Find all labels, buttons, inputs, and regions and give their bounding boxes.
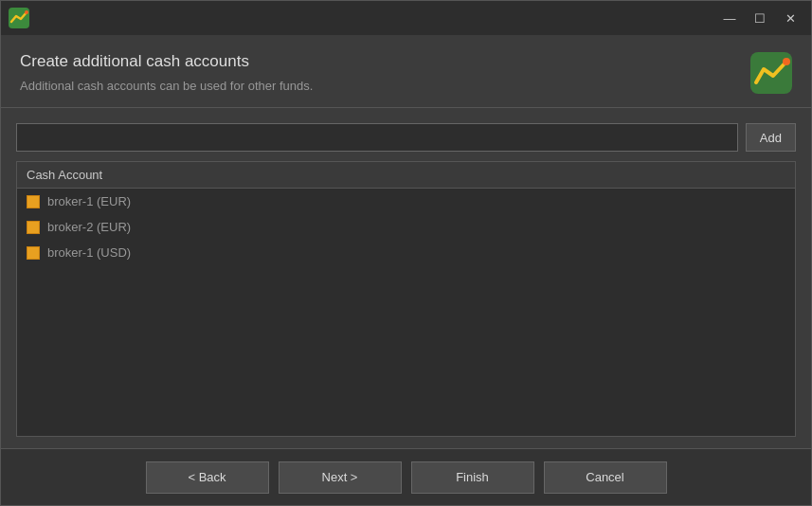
add-button[interactable]: Add — [746, 123, 796, 152]
header-title: Create additional cash accounts — [20, 52, 313, 71]
title-bar: — ☐ ✕ — [1, 1, 811, 35]
title-bar-controls: — ☐ ✕ — [716, 8, 803, 28]
app-logo — [750, 52, 792, 94]
header-text: Create additional cash accounts Addition… — [20, 52, 313, 93]
list-item-label: broker-2 (EUR) — [47, 220, 131, 234]
list-item[interactable]: broker-2 (EUR) — [17, 214, 795, 240]
close-button[interactable]: ✕ — [777, 8, 803, 28]
list-item[interactable]: broker-1 (USD) — [17, 240, 795, 265]
list-item-label: broker-1 (EUR) — [47, 194, 131, 208]
maximize-button[interactable]: ☐ — [747, 8, 773, 28]
list-column-header: Cash Account — [17, 162, 795, 189]
content-area: Add Cash Account broker-1 (EUR) broker-2… — [1, 108, 811, 448]
input-row: Add — [16, 123, 796, 152]
app-icon — [9, 8, 29, 28]
footer: < Back Next > Finish Cancel — [1, 448, 811, 505]
title-bar-left — [9, 8, 29, 28]
item-color-icon — [27, 195, 40, 208]
main-window: — ☐ ✕ Create additional cash accounts Ad… — [0, 0, 812, 506]
header-subtitle: Additional cash accounts can be used for… — [20, 79, 313, 93]
minimize-button[interactable]: — — [716, 8, 743, 28]
next-button[interactable]: Next > — [279, 461, 402, 494]
svg-point-1 — [25, 10, 28, 14]
back-button[interactable]: < Back — [146, 461, 269, 494]
cancel-button[interactable]: Cancel — [544, 461, 667, 494]
cash-account-list: Cash Account broker-1 (EUR) broker-2 (EU… — [16, 161, 796, 437]
item-color-icon — [27, 221, 40, 234]
list-item[interactable]: broker-1 (EUR) — [17, 189, 795, 214]
item-color-icon — [27, 246, 40, 260]
svg-point-3 — [783, 58, 790, 65]
finish-button[interactable]: Finish — [411, 461, 534, 494]
header: Create additional cash accounts Addition… — [1, 35, 811, 108]
list-item-label: broker-1 (USD) — [47, 245, 131, 260]
cash-account-input[interactable] — [16, 123, 738, 152]
